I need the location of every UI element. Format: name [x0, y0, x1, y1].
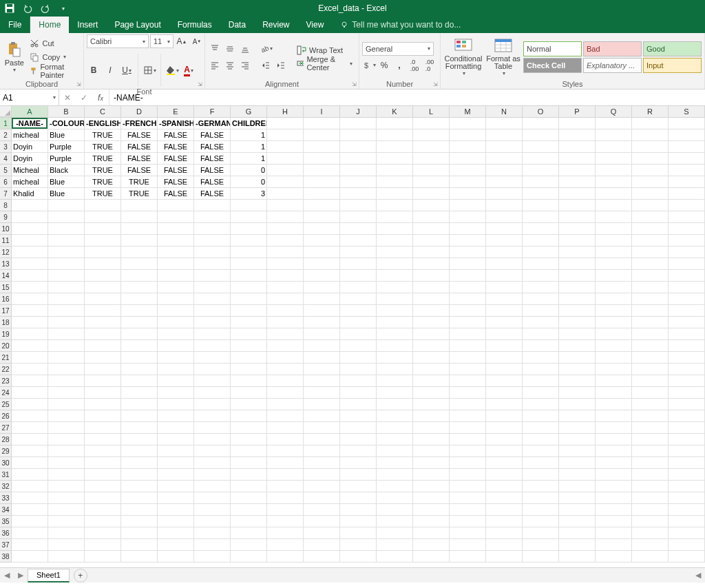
cell[interactable]: [450, 153, 486, 164]
cell[interactable]: [523, 399, 559, 410]
cell[interactable]: [377, 200, 413, 211]
cell[interactable]: [669, 340, 705, 351]
cell[interactable]: FALSE: [194, 188, 231, 199]
cell[interactable]: [559, 200, 596, 211]
cell[interactable]: [596, 211, 632, 222]
cell[interactable]: [632, 118, 669, 129]
cell[interactable]: [377, 129, 413, 140]
cell[interactable]: [377, 258, 413, 269]
cell[interactable]: [523, 165, 559, 176]
cell[interactable]: [559, 141, 596, 152]
style-bad[interactable]: Bad: [583, 41, 642, 56]
cell[interactable]: [194, 539, 231, 550]
cell[interactable]: [559, 445, 596, 456]
decrease-font-button[interactable]: A▼: [190, 34, 204, 48]
cell[interactable]: [121, 387, 158, 398]
cell[interactable]: -FRENCH-: [121, 118, 158, 129]
cell[interactable]: [267, 129, 304, 140]
cell[interactable]: [12, 469, 48, 480]
cell[interactable]: [267, 469, 304, 480]
cell[interactable]: [121, 364, 158, 375]
cell[interactable]: [340, 246, 377, 258]
cell[interactable]: [632, 387, 669, 398]
cell[interactable]: [194, 375, 231, 386]
cell[interactable]: [158, 527, 194, 538]
cell[interactable]: [523, 457, 559, 468]
column-header[interactable]: M: [450, 106, 486, 117]
cell[interactable]: [559, 410, 596, 421]
cell[interactable]: [48, 352, 85, 363]
cell[interactable]: [194, 270, 231, 281]
cell[interactable]: [523, 235, 559, 246]
cell[interactable]: [559, 328, 596, 339]
row-header[interactable]: 38: [0, 551, 12, 563]
cell[interactable]: [194, 211, 231, 222]
cell[interactable]: [596, 504, 632, 515]
cell[interactable]: [194, 445, 231, 456]
cell[interactable]: [158, 293, 194, 304]
cell[interactable]: [596, 258, 632, 269]
cell[interactable]: [340, 305, 377, 316]
cell[interactable]: [596, 375, 632, 386]
style-input[interactable]: Input: [643, 58, 702, 73]
cell[interactable]: [158, 200, 194, 211]
cell[interactable]: [48, 200, 85, 211]
cell[interactable]: [559, 129, 596, 140]
cell[interactable]: [267, 328, 304, 339]
row-header[interactable]: 28: [0, 434, 12, 445]
cell[interactable]: [669, 270, 705, 281]
cell[interactable]: [231, 293, 267, 304]
cell[interactable]: [413, 352, 450, 363]
cell[interactable]: [669, 188, 705, 199]
column-header[interactable]: J: [340, 106, 377, 117]
cell[interactable]: [12, 293, 48, 304]
cell[interactable]: [632, 516, 669, 527]
cell[interactable]: [486, 492, 523, 503]
cell[interactable]: [596, 317, 632, 328]
cell[interactable]: [85, 516, 121, 527]
cell[interactable]: [231, 516, 267, 527]
row-header[interactable]: 34: [0, 504, 12, 516]
cell[interactable]: [231, 328, 267, 339]
cell[interactable]: [450, 399, 486, 410]
formula-cancel-button[interactable]: ✕: [59, 93, 76, 103]
cell[interactable]: [48, 328, 85, 339]
comma-button[interactable]: ,: [392, 59, 406, 72]
cell[interactable]: [304, 504, 340, 515]
number-format-select[interactable]: General▾: [362, 42, 434, 56]
cell[interactable]: [669, 375, 705, 386]
cell[interactable]: [413, 410, 450, 421]
cell[interactable]: [559, 223, 596, 234]
cell[interactable]: [304, 246, 340, 258]
cell[interactable]: [523, 118, 559, 129]
cell[interactable]: [559, 551, 596, 562]
style-normal[interactable]: Normal: [523, 41, 582, 56]
cell[interactable]: [231, 364, 267, 375]
cell[interactable]: [486, 270, 523, 281]
cell[interactable]: [194, 399, 231, 410]
cell[interactable]: Black: [48, 165, 85, 176]
cell[interactable]: [304, 539, 340, 550]
cell[interactable]: [340, 141, 377, 152]
cell[interactable]: [304, 211, 340, 222]
cell[interactable]: [231, 235, 267, 246]
cell[interactable]: [121, 481, 158, 492]
cell[interactable]: [158, 328, 194, 339]
cell[interactable]: [267, 504, 304, 515]
cell[interactable]: [596, 176, 632, 187]
cell[interactable]: FALSE: [158, 153, 194, 164]
cell[interactable]: [413, 118, 450, 129]
cell[interactable]: [48, 387, 85, 398]
cell[interactable]: [413, 129, 450, 140]
cell[interactable]: [48, 317, 85, 328]
cell[interactable]: [523, 246, 559, 258]
cell[interactable]: [669, 258, 705, 269]
cell[interactable]: [632, 364, 669, 375]
cell[interactable]: [267, 270, 304, 281]
cell[interactable]: [85, 492, 121, 503]
cell[interactable]: [48, 527, 85, 538]
cell[interactable]: [486, 328, 523, 339]
cell[interactable]: [413, 340, 450, 351]
cell[interactable]: [486, 211, 523, 222]
italic-button[interactable]: I: [103, 63, 117, 77]
